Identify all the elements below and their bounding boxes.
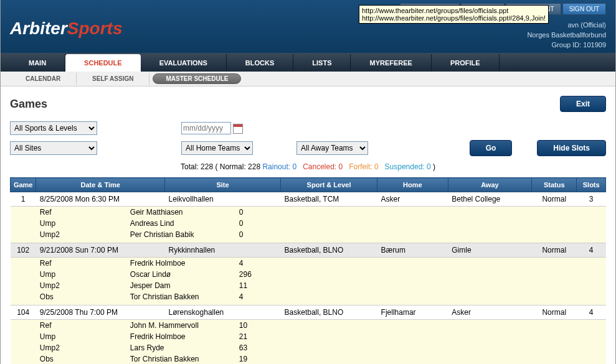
totals-rainout: Rainout: 0 [262, 162, 296, 171]
official-number: 0 [239, 219, 244, 228]
logo-word-arbiter: Arbiter [10, 19, 67, 38]
official-number: 296 [239, 270, 252, 279]
exit-button[interactable]: Exit [560, 96, 606, 112]
official-role: Ump2 [40, 281, 130, 290]
sites-select[interactable]: All Sites [10, 141, 97, 155]
subnav-tab-self-assign[interactable]: SELF ASSIGN [77, 73, 149, 85]
tooltip-line1: http://www.thearbiter.net/groups/files/o… [362, 7, 546, 14]
user-info: avn (Official) Norges Basketballforbund … [527, 20, 606, 50]
cell: Normal [532, 306, 577, 320]
nav-tab-main[interactable]: MAIN [10, 54, 65, 72]
cell: Lørenskoghallen [165, 306, 281, 320]
game-row[interactable]: 18/25/2008 Mon 6:30 PMLeikvollhallenBask… [11, 192, 606, 207]
cell: Normal [532, 192, 577, 207]
sports-levels-select[interactable]: All Sports & Levels [10, 121, 97, 135]
official-row: RefJohn M. Hammervoll10 [11, 320, 606, 332]
col-header-home[interactable]: Home [377, 178, 448, 192]
games-table: GameDate & TimeSiteSport & LevelHomeAway… [10, 177, 606, 364]
official-name: Geir Matthiasen [130, 208, 239, 217]
official-role: Ump2 [40, 230, 130, 239]
col-header-game[interactable]: Game [11, 178, 36, 192]
cell: Asker [448, 306, 531, 320]
official-number: 63 [239, 343, 247, 352]
totals-forfeit: Forfeit: 0 [349, 162, 378, 171]
official-row: RefFredrik Holmboe4 [11, 258, 606, 269]
col-header-date-time[interactable]: Date & Time [36, 178, 165, 192]
subnav-tab-master-schedule[interactable]: MASTER SCHEDULE [153, 73, 241, 84]
cell: Rykkinnhallen [165, 243, 281, 258]
official-number: 10 [239, 321, 247, 330]
cell: 1 [11, 192, 36, 207]
cell: Fjellhamar [377, 306, 448, 320]
official-role: Ump [40, 332, 130, 341]
official-number: 4 [239, 259, 244, 268]
totals-suffix: ) [433, 162, 435, 171]
user-org: Norges Basketballforbund [527, 30, 606, 40]
official-role: Ump [40, 219, 130, 228]
away-teams-select[interactable]: All Away Teams [296, 141, 368, 155]
cell: Basketball, BLNO [281, 306, 377, 320]
official-number: 11 [239, 281, 247, 290]
nav-tab-lists[interactable]: LISTS [293, 54, 351, 72]
url-tooltip: http://www.thearbiter.net/groups/files/o… [359, 5, 549, 24]
official-role: Obs [40, 292, 130, 301]
official-row: UmpAndreas Lind0 [11, 218, 606, 229]
col-header-away[interactable]: Away [448, 178, 531, 192]
official-role: Ref [40, 259, 130, 268]
hide-slots-button[interactable]: Hide Slots [537, 140, 606, 156]
official-name: Oscar Lindø [130, 270, 239, 279]
user-group-id: Group ID: 101909 [527, 40, 606, 50]
totals-prefix: Total: 228 ( Normal: 228 [181, 162, 262, 171]
official-name: Per Christian Babik [130, 230, 239, 239]
totals-canceled: Canceled: 0 [303, 162, 343, 171]
col-header-sport-level[interactable]: Sport & Level [281, 178, 377, 192]
official-row: UmpFredrik Holmboe21 [11, 331, 606, 342]
cell: 102 [11, 243, 36, 258]
official-number: 4 [239, 292, 244, 301]
cell: 4 [577, 243, 606, 258]
sign-out-button[interactable]: SIGN OUT [562, 3, 606, 15]
arbiter-sports-logo: ArbiterSports [10, 19, 122, 39]
official-row: RefGeir Matthiasen0 [11, 207, 606, 218]
official-name: Fredrik Holmboe [130, 259, 239, 268]
game-row[interactable]: 1029/21/2008 Sun 7:00 PMRykkinnhallenBas… [11, 243, 606, 258]
nav-tab-myreferee[interactable]: MYREFEREE [351, 54, 431, 72]
content-area: Games Exit All Sports & Levels All Sites… [1, 86, 615, 364]
official-row: Ump2Per Christian Babik0 [11, 229, 606, 243]
official-role: Ref [40, 321, 130, 330]
official-row: Ump2Jesper Dam11 [11, 280, 606, 291]
home-teams-select[interactable]: All Home Teams [181, 141, 253, 155]
go-button[interactable]: Go [470, 140, 513, 156]
main-nav: MAINSCHEDULEEVALUATIONSBLOCKSLISTSMYREFE… [1, 53, 615, 72]
nav-tab-schedule[interactable]: SCHEDULE [65, 54, 141, 72]
cell: Bethel College [448, 192, 531, 207]
nav-tab-evaluations[interactable]: EVALUATIONS [141, 54, 227, 72]
official-number: 19 [239, 355, 247, 363]
official-name: Lars Ryde [130, 343, 239, 352]
nav-tab-blocks[interactable]: BLOCKS [227, 54, 293, 72]
official-role: Ump2 [40, 343, 130, 352]
official-role: Ref [40, 208, 130, 217]
official-number: 0 [239, 230, 244, 239]
nav-tab-profile[interactable]: PROFILE [432, 54, 500, 72]
date-input[interactable] [181, 122, 231, 134]
subnav-tab-calendar[interactable]: CALENDAR [10, 73, 77, 85]
cell: Basketball, BLNO [281, 243, 377, 258]
col-header-site[interactable]: Site [165, 178, 281, 192]
tooltip-line2: http://www.thearbiter.net/groups/files/o… [362, 14, 546, 22]
official-role: Obs [40, 355, 130, 363]
cell: Leikvollhallen [165, 192, 281, 207]
cell: Bærum [377, 243, 448, 258]
calendar-icon[interactable] [233, 124, 243, 134]
totals-line: Total: 228 ( Normal: 228 Rainout: 0 Canc… [10, 162, 606, 171]
col-header-status[interactable]: Status [532, 178, 577, 192]
official-row: ObsTor Christian Bakken4 [11, 291, 606, 306]
cell: Asker [377, 192, 448, 207]
cell: 9/25/2008 Thu 7:00 PM [36, 306, 165, 320]
official-name: Andreas Lind [130, 219, 239, 228]
official-row: UmpOscar Lindø296 [11, 269, 606, 280]
col-header-slots[interactable]: Slots [577, 178, 606, 192]
game-row[interactable]: 1049/25/2008 Thu 7:00 PMLørenskoghallenB… [11, 306, 606, 320]
official-name: Tor Christian Bakken [130, 292, 239, 301]
official-name: Tor Christian Bakken [130, 355, 239, 363]
